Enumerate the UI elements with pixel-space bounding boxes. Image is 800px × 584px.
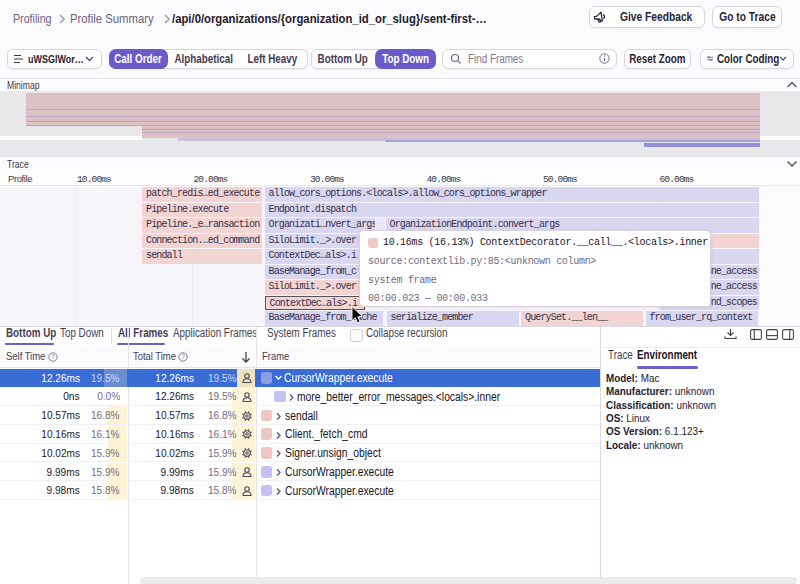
svg-text:?: ? xyxy=(51,353,55,360)
svg-text:?: ? xyxy=(181,353,185,360)
